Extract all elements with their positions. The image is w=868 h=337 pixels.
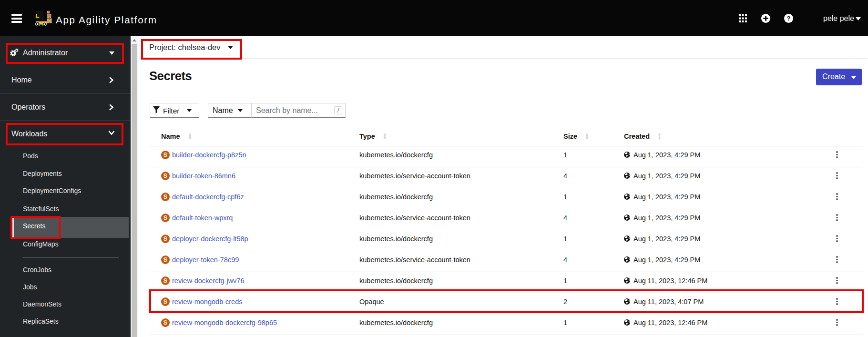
svg-text:?: ?	[787, 15, 791, 22]
